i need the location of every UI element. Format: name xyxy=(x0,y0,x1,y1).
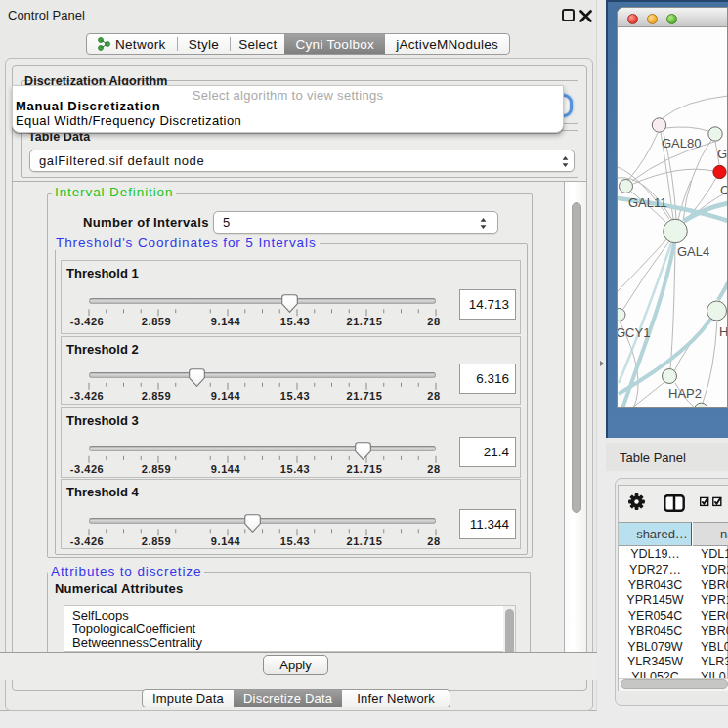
svg-text:GA: GA xyxy=(717,147,728,161)
svg-text:HAP2: HAP2 xyxy=(668,386,702,401)
svg-text:GAL11: GAL11 xyxy=(628,195,667,210)
svg-text:GCY1: GCY1 xyxy=(618,325,650,340)
svg-text:H: H xyxy=(719,324,728,339)
svg-text:GAL4: GAL4 xyxy=(677,244,709,259)
svg-text:C: C xyxy=(720,183,728,197)
svg-text:GAL80: GAL80 xyxy=(662,136,701,150)
